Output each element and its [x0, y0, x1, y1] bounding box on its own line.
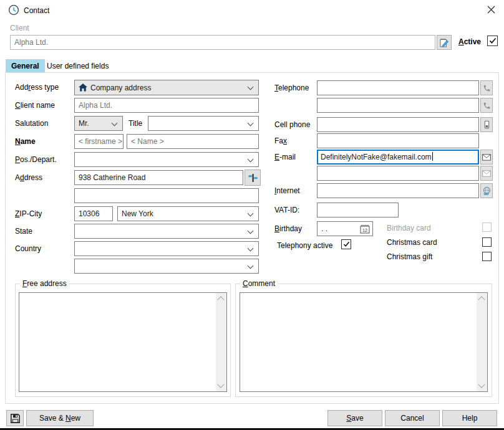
- birthday-card-label: Birthday card: [387, 224, 431, 232]
- free-address-label: Free address: [20, 279, 69, 288]
- zip-city-label: ZIP-City: [15, 209, 42, 218]
- firstname-input[interactable]: < firstname >: [74, 134, 124, 149]
- free-address-scrollbar[interactable]: [216, 293, 226, 391]
- save-icon-button[interactable]: [6, 410, 24, 426]
- address-input[interactable]: 938 Catherine Road: [74, 170, 243, 185]
- city-combo[interactable]: New York: [117, 206, 259, 221]
- help-button[interactable]: Help: [442, 410, 497, 426]
- cell-dial-button[interactable]: [480, 117, 493, 132]
- client-label: Client: [10, 24, 29, 32]
- envelope-icon: [482, 154, 491, 161]
- chevron-down-icon: [248, 246, 254, 252]
- client-edit-button[interactable]: [437, 35, 452, 50]
- christmas-gift-label: Christmas gift: [387, 252, 432, 261]
- chevron-down-icon: [248, 156, 254, 163]
- comment-label: Comment: [240, 279, 278, 288]
- comment-scrollbar[interactable]: [477, 293, 487, 391]
- title-combo[interactable]: [148, 116, 259, 131]
- dial-button-1[interactable]: [480, 80, 493, 95]
- zip-input[interactable]: 10306: [74, 206, 113, 221]
- internet-input[interactable]: [317, 183, 479, 198]
- email-label: E-mail: [274, 153, 296, 161]
- salutation-label: Salutation: [15, 119, 48, 128]
- christmas-card-label: Christmas card: [387, 238, 437, 247]
- cancel-button[interactable]: Cancel: [385, 410, 440, 426]
- chevron-down-icon: [248, 263, 254, 269]
- active-label: Active: [458, 37, 481, 46]
- salutation-combo[interactable]: Mr.: [74, 116, 123, 131]
- telephony-active-checkbox[interactable]: [341, 239, 351, 249]
- chevron-down-icon: [248, 120, 254, 127]
- state-label: State: [15, 227, 32, 236]
- address-line2-input[interactable]: [74, 188, 259, 203]
- internet-button[interactable]: [480, 183, 493, 198]
- clock-icon: [8, 4, 19, 16]
- chevron-down-icon: [248, 228, 254, 234]
- name-label: Name: [15, 137, 36, 146]
- address-label: Address: [15, 173, 42, 182]
- lastname-input[interactable]: < Name >: [127, 134, 259, 149]
- calendar-icon[interactable]: 12: [360, 224, 370, 236]
- birthday-card-checkbox: [482, 222, 492, 232]
- country-label: Country: [15, 244, 41, 253]
- cell-phone-label: Cell phone: [274, 120, 310, 129]
- notepad-edit-icon: [439, 37, 450, 48]
- telephone-input-2[interactable]: [317, 98, 479, 113]
- state-combo[interactable]: [74, 224, 259, 239]
- telephone-input-1[interactable]: [317, 80, 479, 95]
- envelope-icon: [482, 170, 491, 177]
- save-button[interactable]: Save: [327, 410, 382, 426]
- client-input[interactable]: Alpha Ltd.: [10, 35, 435, 50]
- christmas-card-checkbox[interactable]: [482, 237, 492, 247]
- phone-icon: [483, 84, 491, 92]
- pos-depart-combo[interactable]: [74, 152, 259, 167]
- email-input-1[interactable]: DefinitelyNotFake@fakemail.com: [317, 150, 479, 165]
- comment-textarea[interactable]: [240, 292, 488, 392]
- christmas-gift-checkbox[interactable]: [482, 252, 492, 261]
- pos-depart-label: Pos./Depart.: [15, 155, 57, 164]
- tab-user-defined-fields[interactable]: User defined fields: [41, 59, 114, 73]
- phone-icon: [483, 102, 491, 110]
- cell-phone-input[interactable]: [317, 117, 479, 132]
- close-button[interactable]: [482, 1, 500, 17]
- scroll-down-icon[interactable]: [478, 381, 485, 388]
- address-lookup-button[interactable]: [245, 170, 261, 186]
- email-input-2[interactable]: [317, 166, 479, 181]
- dial-button-2[interactable]: [480, 98, 493, 113]
- extra-combo[interactable]: [74, 259, 259, 274]
- client-name-label: Client name: [15, 101, 55, 110]
- fax-input[interactable]: [317, 133, 479, 148]
- telephone-label: Telephone: [274, 84, 309, 92]
- telephony-active-label: Telephony active: [277, 241, 332, 250]
- free-address-textarea[interactable]: [19, 292, 227, 392]
- contact-dialog: Contact Client Alpha Ltd. Active General…: [0, 0, 504, 430]
- birthday-input[interactable]: . . 12: [317, 221, 373, 236]
- internet-label: Internet: [274, 186, 300, 195]
- vat-label: VAT-ID:: [274, 206, 299, 214]
- svg-text:12: 12: [362, 228, 367, 232]
- save-and-new-button[interactable]: Save & New: [26, 410, 94, 426]
- fax-label: Fax: [274, 136, 287, 145]
- close-icon: [487, 6, 495, 14]
- address-type-label: Address type: [15, 83, 59, 92]
- address-type-combo[interactable]: Company address: [74, 80, 259, 95]
- email-button-2[interactable]: [480, 166, 493, 181]
- title-label: Title: [128, 119, 142, 128]
- country-combo[interactable]: [74, 241, 259, 256]
- vat-input[interactable]: [317, 203, 399, 217]
- chevron-down-icon: [112, 120, 118, 127]
- floppy-disk-icon: [10, 413, 21, 424]
- chevron-down-icon: [248, 84, 254, 90]
- client-name-input[interactable]: Alpha Ltd.: [74, 98, 259, 113]
- active-checkbox[interactable]: [487, 36, 498, 46]
- tab-general[interactable]: General: [6, 59, 45, 73]
- email-button-1[interactable]: [480, 150, 493, 165]
- scroll-up-icon[interactable]: [217, 296, 224, 303]
- mobile-phone-icon: [483, 120, 490, 129]
- home-icon: [79, 84, 87, 92]
- birthday-label: Birthday: [274, 224, 302, 233]
- window-title: Contact: [24, 6, 49, 15]
- scroll-up-icon[interactable]: [478, 296, 485, 303]
- signpost-icon: [248, 173, 258, 183]
- scroll-down-icon[interactable]: [217, 381, 224, 388]
